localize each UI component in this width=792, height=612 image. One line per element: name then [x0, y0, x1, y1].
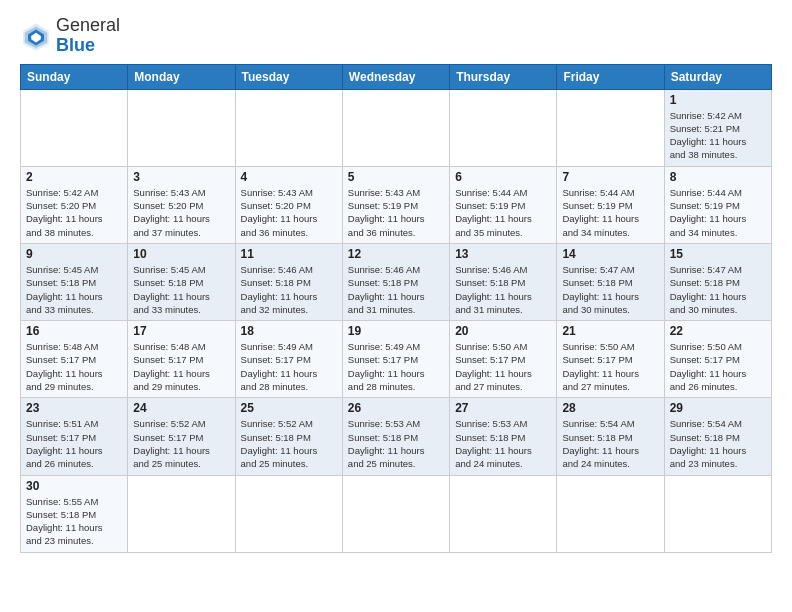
day-info: Sunrise: 5:48 AM Sunset: 5:17 PM Dayligh…	[26, 340, 122, 393]
calendar: SundayMondayTuesdayWednesdayThursdayFrid…	[20, 64, 772, 553]
day-info: Sunrise: 5:52 AM Sunset: 5:18 PM Dayligh…	[241, 417, 337, 470]
day-number: 14	[562, 247, 658, 261]
day-info: Sunrise: 5:48 AM Sunset: 5:17 PM Dayligh…	[133, 340, 229, 393]
day-number: 21	[562, 324, 658, 338]
calendar-cell	[664, 475, 771, 552]
day-number: 4	[241, 170, 337, 184]
calendar-week-1: 1Sunrise: 5:42 AM Sunset: 5:21 PM Daylig…	[21, 89, 772, 166]
calendar-cell: 2Sunrise: 5:42 AM Sunset: 5:20 PM Daylig…	[21, 166, 128, 243]
calendar-cell: 12Sunrise: 5:46 AM Sunset: 5:18 PM Dayli…	[342, 243, 449, 320]
calendar-cell: 3Sunrise: 5:43 AM Sunset: 5:20 PM Daylig…	[128, 166, 235, 243]
day-info: Sunrise: 5:55 AM Sunset: 5:18 PM Dayligh…	[26, 495, 122, 548]
calendar-cell: 4Sunrise: 5:43 AM Sunset: 5:20 PM Daylig…	[235, 166, 342, 243]
day-number: 8	[670, 170, 766, 184]
day-info: Sunrise: 5:51 AM Sunset: 5:17 PM Dayligh…	[26, 417, 122, 470]
day-info: Sunrise: 5:43 AM Sunset: 5:20 PM Dayligh…	[241, 186, 337, 239]
day-number: 30	[26, 479, 122, 493]
calendar-cell: 25Sunrise: 5:52 AM Sunset: 5:18 PM Dayli…	[235, 398, 342, 475]
calendar-cell: 18Sunrise: 5:49 AM Sunset: 5:17 PM Dayli…	[235, 321, 342, 398]
calendar-cell: 29Sunrise: 5:54 AM Sunset: 5:18 PM Dayli…	[664, 398, 771, 475]
weekday-header-thursday: Thursday	[450, 64, 557, 89]
day-number: 17	[133, 324, 229, 338]
calendar-cell: 8Sunrise: 5:44 AM Sunset: 5:19 PM Daylig…	[664, 166, 771, 243]
day-number: 2	[26, 170, 122, 184]
day-info: Sunrise: 5:44 AM Sunset: 5:19 PM Dayligh…	[455, 186, 551, 239]
day-number: 22	[670, 324, 766, 338]
day-number: 5	[348, 170, 444, 184]
calendar-cell: 16Sunrise: 5:48 AM Sunset: 5:17 PM Dayli…	[21, 321, 128, 398]
logo-icon	[20, 20, 52, 52]
calendar-cell	[450, 89, 557, 166]
weekday-header-row: SundayMondayTuesdayWednesdayThursdayFrid…	[21, 64, 772, 89]
logo-text: General Blue	[56, 16, 120, 56]
day-number: 29	[670, 401, 766, 415]
day-number: 24	[133, 401, 229, 415]
day-info: Sunrise: 5:43 AM Sunset: 5:20 PM Dayligh…	[133, 186, 229, 239]
calendar-cell: 27Sunrise: 5:53 AM Sunset: 5:18 PM Dayli…	[450, 398, 557, 475]
day-number: 28	[562, 401, 658, 415]
day-number: 12	[348, 247, 444, 261]
calendar-cell: 15Sunrise: 5:47 AM Sunset: 5:18 PM Dayli…	[664, 243, 771, 320]
calendar-week-5: 23Sunrise: 5:51 AM Sunset: 5:17 PM Dayli…	[21, 398, 772, 475]
calendar-week-4: 16Sunrise: 5:48 AM Sunset: 5:17 PM Dayli…	[21, 321, 772, 398]
calendar-cell	[342, 475, 449, 552]
day-info: Sunrise: 5:50 AM Sunset: 5:17 PM Dayligh…	[455, 340, 551, 393]
day-number: 9	[26, 247, 122, 261]
day-info: Sunrise: 5:45 AM Sunset: 5:18 PM Dayligh…	[133, 263, 229, 316]
day-number: 11	[241, 247, 337, 261]
calendar-cell	[128, 475, 235, 552]
calendar-cell: 20Sunrise: 5:50 AM Sunset: 5:17 PM Dayli…	[450, 321, 557, 398]
day-info: Sunrise: 5:53 AM Sunset: 5:18 PM Dayligh…	[348, 417, 444, 470]
calendar-cell: 7Sunrise: 5:44 AM Sunset: 5:19 PM Daylig…	[557, 166, 664, 243]
day-number: 6	[455, 170, 551, 184]
calendar-cell: 9Sunrise: 5:45 AM Sunset: 5:18 PM Daylig…	[21, 243, 128, 320]
day-info: Sunrise: 5:52 AM Sunset: 5:17 PM Dayligh…	[133, 417, 229, 470]
header: General Blue	[20, 16, 772, 56]
day-info: Sunrise: 5:44 AM Sunset: 5:19 PM Dayligh…	[670, 186, 766, 239]
day-info: Sunrise: 5:46 AM Sunset: 5:18 PM Dayligh…	[241, 263, 337, 316]
day-info: Sunrise: 5:54 AM Sunset: 5:18 PM Dayligh…	[670, 417, 766, 470]
day-number: 1	[670, 93, 766, 107]
calendar-cell	[128, 89, 235, 166]
calendar-cell	[235, 89, 342, 166]
calendar-cell: 17Sunrise: 5:48 AM Sunset: 5:17 PM Dayli…	[128, 321, 235, 398]
weekday-header-wednesday: Wednesday	[342, 64, 449, 89]
weekday-header-monday: Monday	[128, 64, 235, 89]
calendar-cell: 23Sunrise: 5:51 AM Sunset: 5:17 PM Dayli…	[21, 398, 128, 475]
day-number: 23	[26, 401, 122, 415]
day-info: Sunrise: 5:49 AM Sunset: 5:17 PM Dayligh…	[241, 340, 337, 393]
day-info: Sunrise: 5:49 AM Sunset: 5:17 PM Dayligh…	[348, 340, 444, 393]
day-number: 26	[348, 401, 444, 415]
logo: General Blue	[20, 16, 120, 56]
day-number: 27	[455, 401, 551, 415]
calendar-cell	[21, 89, 128, 166]
day-info: Sunrise: 5:53 AM Sunset: 5:18 PM Dayligh…	[455, 417, 551, 470]
day-info: Sunrise: 5:42 AM Sunset: 5:20 PM Dayligh…	[26, 186, 122, 239]
day-number: 18	[241, 324, 337, 338]
calendar-cell: 14Sunrise: 5:47 AM Sunset: 5:18 PM Dayli…	[557, 243, 664, 320]
day-number: 16	[26, 324, 122, 338]
day-info: Sunrise: 5:46 AM Sunset: 5:18 PM Dayligh…	[348, 263, 444, 316]
day-number: 3	[133, 170, 229, 184]
day-info: Sunrise: 5:45 AM Sunset: 5:18 PM Dayligh…	[26, 263, 122, 316]
weekday-header-tuesday: Tuesday	[235, 64, 342, 89]
calendar-cell: 6Sunrise: 5:44 AM Sunset: 5:19 PM Daylig…	[450, 166, 557, 243]
calendar-cell: 22Sunrise: 5:50 AM Sunset: 5:17 PM Dayli…	[664, 321, 771, 398]
calendar-cell: 5Sunrise: 5:43 AM Sunset: 5:19 PM Daylig…	[342, 166, 449, 243]
weekday-header-friday: Friday	[557, 64, 664, 89]
page: General Blue SundayMondayTuesdayWednesda…	[0, 0, 792, 612]
calendar-cell	[235, 475, 342, 552]
day-number: 19	[348, 324, 444, 338]
calendar-week-6: 30Sunrise: 5:55 AM Sunset: 5:18 PM Dayli…	[21, 475, 772, 552]
day-info: Sunrise: 5:46 AM Sunset: 5:18 PM Dayligh…	[455, 263, 551, 316]
calendar-week-3: 9Sunrise: 5:45 AM Sunset: 5:18 PM Daylig…	[21, 243, 772, 320]
calendar-cell	[557, 475, 664, 552]
calendar-cell: 19Sunrise: 5:49 AM Sunset: 5:17 PM Dayli…	[342, 321, 449, 398]
weekday-header-sunday: Sunday	[21, 64, 128, 89]
calendar-cell: 13Sunrise: 5:46 AM Sunset: 5:18 PM Dayli…	[450, 243, 557, 320]
day-info: Sunrise: 5:54 AM Sunset: 5:18 PM Dayligh…	[562, 417, 658, 470]
calendar-cell: 11Sunrise: 5:46 AM Sunset: 5:18 PM Dayli…	[235, 243, 342, 320]
calendar-cell: 10Sunrise: 5:45 AM Sunset: 5:18 PM Dayli…	[128, 243, 235, 320]
day-number: 7	[562, 170, 658, 184]
calendar-cell: 1Sunrise: 5:42 AM Sunset: 5:21 PM Daylig…	[664, 89, 771, 166]
